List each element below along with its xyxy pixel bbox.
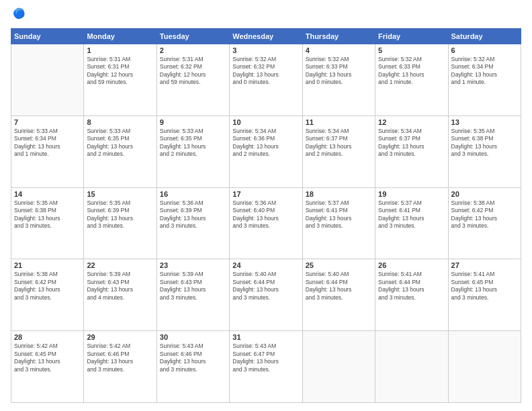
calendar-cell: 14Sunrise: 5:35 AM Sunset: 6:38 PM Dayli… <box>11 187 84 259</box>
calendar-cell: 27Sunrise: 5:41 AM Sunset: 6:45 PM Dayli… <box>448 259 521 331</box>
day-info: Sunrise: 5:39 AM Sunset: 6:43 PM Dayligh… <box>87 271 153 302</box>
calendar-cell: 12Sunrise: 5:34 AM Sunset: 6:37 PM Dayli… <box>375 116 448 187</box>
day-number: 4 <box>306 46 372 54</box>
calendar-cell: 9Sunrise: 5:33 AM Sunset: 6:35 PM Daylig… <box>157 116 229 187</box>
calendar-cell <box>11 44 84 116</box>
calendar-cell: 25Sunrise: 5:40 AM Sunset: 6:44 PM Dayli… <box>302 259 375 331</box>
day-number: 22 <box>87 261 153 269</box>
logo-icon <box>12 7 26 20</box>
day-info: Sunrise: 5:41 AM Sunset: 6:45 PM Dayligh… <box>451 271 518 302</box>
calendar-cell: 4Sunrise: 5:32 AM Sunset: 6:33 PM Daylig… <box>302 44 375 116</box>
calendar-day-header: Thursday <box>302 29 375 44</box>
calendar-cell: 20Sunrise: 5:38 AM Sunset: 6:42 PM Dayli… <box>448 187 521 259</box>
calendar-cell: 10Sunrise: 5:34 AM Sunset: 6:36 PM Dayli… <box>230 116 302 187</box>
day-info: Sunrise: 5:43 AM Sunset: 6:46 PM Dayligh… <box>160 342 226 373</box>
calendar-cell <box>375 331 448 403</box>
calendar-cell: 5Sunrise: 5:32 AM Sunset: 6:33 PM Daylig… <box>375 44 448 116</box>
day-number: 9 <box>160 118 226 126</box>
day-info: Sunrise: 5:34 AM Sunset: 6:37 PM Dayligh… <box>306 128 372 158</box>
calendar-cell: 13Sunrise: 5:35 AM Sunset: 6:38 PM Dayli… <box>448 116 521 187</box>
calendar-cell: 19Sunrise: 5:37 AM Sunset: 6:41 PM Dayli… <box>375 187 448 259</box>
calendar-cell: 31Sunrise: 5:43 AM Sunset: 6:47 PM Dayli… <box>230 331 302 403</box>
day-number: 29 <box>87 333 153 341</box>
calendar-cell: 21Sunrise: 5:38 AM Sunset: 6:42 PM Dayli… <box>11 259 84 331</box>
day-info: Sunrise: 5:32 AM Sunset: 6:34 PM Dayligh… <box>451 56 518 87</box>
calendar-cell: 22Sunrise: 5:39 AM Sunset: 6:43 PM Dayli… <box>84 259 157 331</box>
day-number: 27 <box>451 261 518 269</box>
calendar-cell: 18Sunrise: 5:37 AM Sunset: 6:41 PM Dayli… <box>302 187 375 259</box>
day-info: Sunrise: 5:32 AM Sunset: 6:33 PM Dayligh… <box>378 56 445 87</box>
calendar-day-header: Tuesday <box>157 29 229 44</box>
calendar-cell: 11Sunrise: 5:34 AM Sunset: 6:37 PM Dayli… <box>302 116 375 187</box>
day-number: 11 <box>306 118 372 126</box>
day-number: 28 <box>14 333 81 341</box>
day-number: 8 <box>87 118 153 126</box>
day-info: Sunrise: 5:33 AM Sunset: 6:34 PM Dayligh… <box>14 128 81 158</box>
day-info: Sunrise: 5:34 AM Sunset: 6:37 PM Dayligh… <box>378 128 445 158</box>
day-info: Sunrise: 5:32 AM Sunset: 6:32 PM Dayligh… <box>232 56 299 87</box>
calendar-cell: 17Sunrise: 5:36 AM Sunset: 6:40 PM Dayli… <box>230 187 302 259</box>
day-number: 26 <box>378 261 445 269</box>
day-info: Sunrise: 5:40 AM Sunset: 6:44 PM Dayligh… <box>232 271 299 302</box>
day-info: Sunrise: 5:37 AM Sunset: 6:41 PM Dayligh… <box>378 199 445 230</box>
day-number: 14 <box>14 190 81 198</box>
day-number: 10 <box>232 118 299 126</box>
day-info: Sunrise: 5:31 AM Sunset: 6:31 PM Dayligh… <box>87 56 153 87</box>
logo <box>11 8 26 23</box>
day-info: Sunrise: 5:33 AM Sunset: 6:35 PM Dayligh… <box>87 128 153 158</box>
day-info: Sunrise: 5:38 AM Sunset: 6:42 PM Dayligh… <box>14 271 81 302</box>
calendar-cell: 26Sunrise: 5:41 AM Sunset: 6:44 PM Dayli… <box>375 259 448 331</box>
day-info: Sunrise: 5:39 AM Sunset: 6:43 PM Dayligh… <box>160 271 226 302</box>
day-info: Sunrise: 5:38 AM Sunset: 6:42 PM Dayligh… <box>451 199 518 230</box>
day-number: 6 <box>451 46 518 54</box>
day-number: 1 <box>87 46 153 54</box>
calendar-cell: 7Sunrise: 5:33 AM Sunset: 6:34 PM Daylig… <box>11 116 84 187</box>
calendar-cell <box>302 331 375 403</box>
day-info: Sunrise: 5:43 AM Sunset: 6:47 PM Dayligh… <box>232 342 299 373</box>
day-info: Sunrise: 5:36 AM Sunset: 6:40 PM Dayligh… <box>232 199 299 230</box>
day-number: 19 <box>378 190 445 198</box>
calendar-cell: 1Sunrise: 5:31 AM Sunset: 6:31 PM Daylig… <box>84 44 157 116</box>
calendar-week-row: 14Sunrise: 5:35 AM Sunset: 6:38 PM Dayli… <box>11 187 521 259</box>
calendar-week-row: 7Sunrise: 5:33 AM Sunset: 6:34 PM Daylig… <box>11 116 521 187</box>
calendar-cell: 16Sunrise: 5:36 AM Sunset: 6:39 PM Dayli… <box>157 187 229 259</box>
day-number: 2 <box>160 46 226 54</box>
day-info: Sunrise: 5:42 AM Sunset: 6:45 PM Dayligh… <box>14 342 81 373</box>
day-info: Sunrise: 5:35 AM Sunset: 6:38 PM Dayligh… <box>14 199 81 230</box>
calendar-day-header: Friday <box>375 29 448 44</box>
day-number: 31 <box>232 333 299 341</box>
day-number: 12 <box>378 118 445 126</box>
calendar-day-header: Sunday <box>11 29 84 44</box>
calendar-cell <box>448 331 521 403</box>
calendar-day-header: Wednesday <box>230 29 302 44</box>
day-info: Sunrise: 5:42 AM Sunset: 6:46 PM Dayligh… <box>87 342 153 373</box>
calendar-table: SundayMondayTuesdayWednesdayThursdayFrid… <box>11 28 521 403</box>
day-number: 23 <box>160 261 226 269</box>
day-number: 13 <box>451 118 518 126</box>
day-info: Sunrise: 5:35 AM Sunset: 6:38 PM Dayligh… <box>451 128 518 158</box>
calendar-header-row: SundayMondayTuesdayWednesdayThursdayFrid… <box>11 29 521 44</box>
day-info: Sunrise: 5:34 AM Sunset: 6:36 PM Dayligh… <box>232 128 299 158</box>
day-number: 3 <box>232 46 299 54</box>
day-info: Sunrise: 5:32 AM Sunset: 6:33 PM Dayligh… <box>306 56 372 87</box>
header <box>11 8 521 23</box>
calendar-week-row: 21Sunrise: 5:38 AM Sunset: 6:42 PM Dayli… <box>11 259 521 331</box>
calendar-day-header: Monday <box>84 29 157 44</box>
day-number: 18 <box>306 190 372 198</box>
day-number: 17 <box>232 190 299 198</box>
day-number: 5 <box>378 46 445 54</box>
calendar-cell: 24Sunrise: 5:40 AM Sunset: 6:44 PM Dayli… <box>230 259 302 331</box>
day-number: 21 <box>14 261 81 269</box>
day-number: 24 <box>232 261 299 269</box>
day-info: Sunrise: 5:33 AM Sunset: 6:35 PM Dayligh… <box>160 128 226 158</box>
calendar-cell: 23Sunrise: 5:39 AM Sunset: 6:43 PM Dayli… <box>157 259 229 331</box>
calendar-cell: 29Sunrise: 5:42 AM Sunset: 6:46 PM Dayli… <box>84 331 157 403</box>
calendar-cell: 6Sunrise: 5:32 AM Sunset: 6:34 PM Daylig… <box>448 44 521 116</box>
calendar-cell: 30Sunrise: 5:43 AM Sunset: 6:46 PM Dayli… <box>157 331 229 403</box>
calendar-cell: 28Sunrise: 5:42 AM Sunset: 6:45 PM Dayli… <box>11 331 84 403</box>
calendar-cell: 8Sunrise: 5:33 AM Sunset: 6:35 PM Daylig… <box>84 116 157 187</box>
day-info: Sunrise: 5:35 AM Sunset: 6:39 PM Dayligh… <box>87 199 153 230</box>
calendar-week-row: 1Sunrise: 5:31 AM Sunset: 6:31 PM Daylig… <box>11 44 521 116</box>
day-number: 30 <box>160 333 226 341</box>
day-number: 16 <box>160 190 226 198</box>
